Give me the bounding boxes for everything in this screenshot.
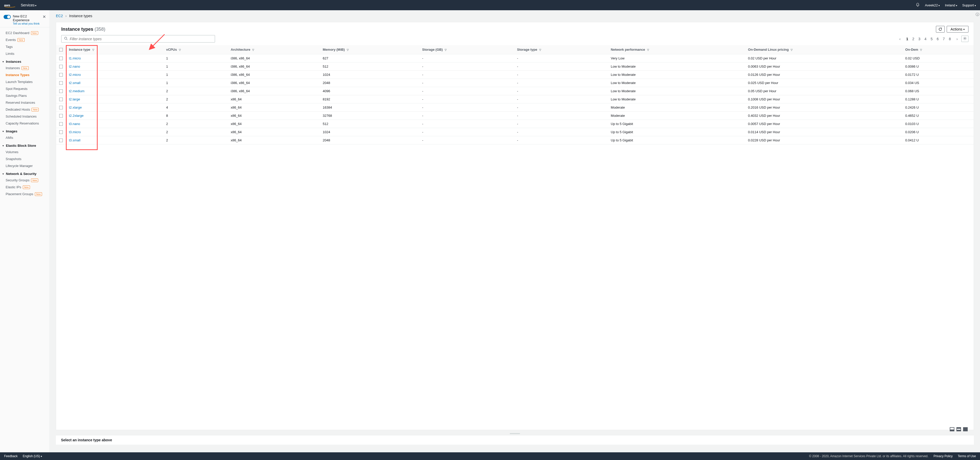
col-storage-gb-[interactable]: Storage (GB) ▽ bbox=[419, 45, 514, 54]
sidebar-item-scheduled-instances[interactable]: Scheduled Instances bbox=[0, 113, 49, 120]
sidebar-item-savings-plans[interactable]: Savings Plans bbox=[0, 92, 49, 99]
filter-input-wrapper[interactable] bbox=[61, 35, 215, 43]
sidebar-item-launch-templates[interactable]: Launch Templates bbox=[0, 78, 49, 85]
instance-type-link[interactable]: t2.nano bbox=[69, 65, 80, 68]
page-1[interactable]: 1 bbox=[906, 37, 908, 41]
account-menu[interactable]: Aveek22 bbox=[925, 3, 940, 7]
sidebar-item-snapshots[interactable]: Snapshots bbox=[0, 155, 49, 162]
row-checkbox[interactable] bbox=[59, 73, 63, 76]
table-row[interactable]: t1.micro1i386, x86_64627--Very Low0.02 U… bbox=[56, 54, 974, 62]
col-on-demand-linux-pricing[interactable]: On-Demand Linux pricing ▽ bbox=[745, 45, 902, 54]
row-checkbox[interactable] bbox=[59, 122, 63, 126]
table-row[interactable]: t2.small1i386, x86_642048--Low to Modera… bbox=[56, 79, 974, 87]
row-checkbox[interactable] bbox=[59, 57, 63, 60]
row-checkbox[interactable] bbox=[59, 89, 63, 93]
table-row[interactable]: t3.micro2x86_641024--Up to 5 Gigabit0.01… bbox=[56, 128, 974, 136]
sidebar-item-instances[interactable]: InstancesNew bbox=[0, 65, 49, 71]
services-menu[interactable]: Services bbox=[21, 3, 37, 7]
page-5[interactable]: 5 bbox=[931, 37, 932, 41]
row-checkbox[interactable] bbox=[59, 81, 63, 85]
select-all-checkbox[interactable] bbox=[59, 48, 63, 51]
sidebar-item-limits[interactable]: Limits bbox=[0, 50, 49, 57]
support-menu[interactable]: Support bbox=[963, 3, 976, 7]
new-experience-toggle[interactable] bbox=[3, 15, 11, 19]
layout-split-icon[interactable] bbox=[956, 427, 961, 431]
page-next[interactable]: › bbox=[956, 37, 958, 41]
table-row[interactable]: t2.2xlarge8x86_6432768--Moderate0.4032 U… bbox=[56, 112, 974, 120]
sidebar-item-dedicated-hosts[interactable]: Dedicated HostsNew bbox=[0, 106, 49, 113]
sidebar-group-network-security[interactable]: Network & Security bbox=[0, 169, 49, 177]
sidebar-item-reserved-instances[interactable]: Reserved Instances bbox=[0, 99, 49, 106]
table-row[interactable]: t2.nano1i386, x86_64512--Low to Moderate… bbox=[56, 62, 974, 71]
sidebar-item-tags[interactable]: Tags bbox=[0, 43, 49, 50]
table-settings-button[interactable] bbox=[961, 36, 969, 42]
refresh-button[interactable] bbox=[936, 26, 945, 33]
banner-feedback-link[interactable]: Tell us what you think bbox=[13, 22, 40, 25]
table-row[interactable]: t2.large2x86_648192--Low to Moderate0.10… bbox=[56, 95, 974, 103]
sidebar-group-elastic-block-store[interactable]: Elastic Block Store bbox=[0, 141, 49, 149]
banner-close-icon[interactable]: ✕ bbox=[43, 14, 46, 19]
table-row[interactable]: t2.micro1i386, x86_641024--Low to Modera… bbox=[56, 71, 974, 79]
page-8[interactable]: 8 bbox=[949, 37, 951, 41]
instance-type-link[interactable]: t2.2xlarge bbox=[69, 114, 84, 117]
filter-input[interactable] bbox=[70, 37, 212, 41]
sidebar-item-spot-requests[interactable]: Spot Requests bbox=[0, 85, 49, 92]
sidebar-item-lifecycle-manager[interactable]: Lifecycle Manager bbox=[0, 162, 49, 169]
page-7[interactable]: 7 bbox=[943, 37, 945, 41]
table-row[interactable]: t3.small2x86_642048--Up to 5 Gigabit0.02… bbox=[56, 136, 974, 144]
sidebar-group-instances[interactable]: Instances bbox=[0, 57, 49, 65]
sidebar-item-events[interactable]: EventsNew bbox=[0, 36, 49, 43]
layout-full-icon[interactable] bbox=[963, 427, 968, 431]
sidebar-item-volumes[interactable]: Volumes bbox=[0, 149, 49, 155]
page-6[interactable]: 6 bbox=[937, 37, 939, 41]
sidebar-item-instance-types[interactable]: Instance Types bbox=[0, 71, 49, 78]
col-vcpus[interactable]: vCPUs ▽ bbox=[163, 45, 228, 54]
instance-type-link[interactable]: t3.micro bbox=[69, 130, 81, 134]
table-row[interactable]: t2.xlarge4x86_6416384--Moderate0.2016 US… bbox=[56, 103, 974, 112]
instance-type-link[interactable]: t2.xlarge bbox=[69, 106, 82, 109]
row-checkbox[interactable] bbox=[59, 114, 63, 117]
resize-grip[interactable] bbox=[510, 433, 520, 434]
col-network-performance[interactable]: Network performance ▽ bbox=[608, 45, 745, 54]
page-4[interactable]: 4 bbox=[924, 37, 926, 41]
table-scroll[interactable]: Instance type ▽vCPUs ▽Architecture ▽Memo… bbox=[56, 45, 974, 430]
col-instance-type[interactable]: Instance type ▽ bbox=[66, 45, 163, 54]
instance-type-link[interactable]: t2.medium bbox=[69, 89, 84, 93]
sidebar-group-images[interactable]: Images bbox=[0, 127, 49, 134]
page-3[interactable]: 3 bbox=[918, 37, 921, 41]
table-row[interactable]: t2.medium2i386, x86_644096--Low to Moder… bbox=[56, 87, 974, 95]
instance-type-link[interactable]: t2.small bbox=[69, 81, 81, 85]
row-checkbox[interactable] bbox=[59, 130, 63, 134]
info-panel-toggle[interactable]: ⓘ bbox=[975, 12, 980, 17]
actions-button[interactable]: Actions bbox=[947, 26, 969, 33]
region-menu[interactable]: Ireland bbox=[945, 3, 957, 7]
aws-logo[interactable]: aws bbox=[4, 3, 16, 8]
layout-bottom-icon[interactable] bbox=[950, 427, 955, 431]
row-checkbox[interactable] bbox=[59, 106, 63, 109]
language-selector[interactable]: English (US) bbox=[23, 454, 42, 458]
col-architecture[interactable]: Architecture ▽ bbox=[228, 45, 320, 54]
sidebar-item-elastic-ips[interactable]: Elastic IPsNew bbox=[0, 184, 49, 190]
privacy-link[interactable]: Privacy Policy bbox=[934, 454, 953, 458]
page-prev[interactable]: ‹ bbox=[899, 37, 900, 41]
sidebar-item-placement-groups[interactable]: Placement GroupsNew bbox=[0, 190, 49, 197]
row-checkbox[interactable] bbox=[59, 65, 63, 68]
instance-type-link[interactable]: t3.small bbox=[69, 138, 81, 142]
feedback-link[interactable]: Feedback bbox=[4, 454, 18, 458]
notifications-icon[interactable] bbox=[916, 3, 920, 8]
row-checkbox[interactable] bbox=[59, 98, 63, 101]
sidebar-item-ec2-dashboard[interactable]: EC2 DashboardNew bbox=[0, 29, 49, 36]
sidebar-item-capacity-reservations[interactable]: Capacity Reservations bbox=[0, 120, 49, 127]
table-row[interactable]: t3.nano2x86_64512--Up to 5 Gigabit0.0057… bbox=[56, 120, 974, 128]
breadcrumb-root[interactable]: EC2 bbox=[56, 14, 63, 18]
sidebar-item-security-groups[interactable]: Security GroupsNew bbox=[0, 177, 49, 184]
col-storage-type[interactable]: Storage type ▽ bbox=[514, 45, 608, 54]
instance-type-link[interactable]: t2.micro bbox=[69, 73, 81, 76]
instance-type-link[interactable]: t3.nano bbox=[69, 122, 80, 126]
instance-type-link[interactable]: t2.large bbox=[69, 97, 80, 101]
instance-type-link[interactable]: t1.micro bbox=[69, 56, 81, 60]
row-checkbox[interactable] bbox=[59, 138, 63, 142]
col-on-dem[interactable]: On-Dem ▽ bbox=[902, 45, 974, 54]
sidebar-item-amis[interactable]: AMIs bbox=[0, 134, 49, 141]
col-memory-mib-[interactable]: Memory (MiB) ▽ bbox=[320, 45, 419, 54]
